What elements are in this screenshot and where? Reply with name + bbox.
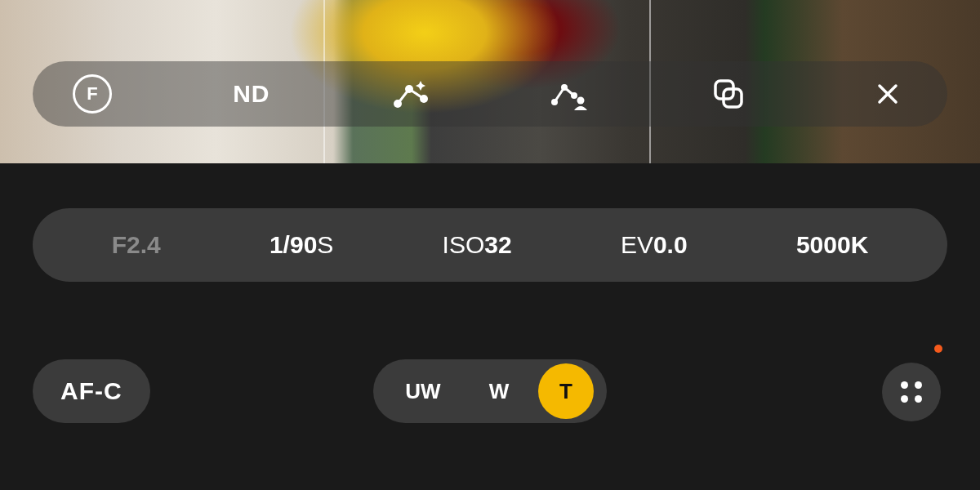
- focus-label: F: [87, 83, 97, 105]
- constellation-person-icon: [550, 74, 589, 114]
- grid-dots-icon: [901, 381, 922, 403]
- record-indicator-icon: [934, 345, 942, 353]
- lens-w-label: W: [489, 379, 510, 404]
- nd-filter-button[interactable]: ND: [231, 74, 272, 114]
- svg-line-8: [555, 87, 564, 102]
- overlay-layers-button[interactable]: [708, 74, 749, 114]
- camera-viewfinder[interactable]: F ND: [0, 0, 980, 163]
- ev-setting[interactable]: EV0.0: [621, 231, 688, 259]
- lens-wide-button[interactable]: W: [470, 365, 528, 417]
- aperture-value: 2.4: [127, 231, 161, 258]
- wb-value: 5000: [796, 231, 851, 258]
- lens-uw-label: UW: [405, 379, 440, 404]
- svg-line-9: [564, 87, 574, 96]
- shutter-setting[interactable]: 1/90S: [270, 231, 333, 259]
- exposure-settings-bar: F2.4 1/90S ISO32 EV0.0 5000K: [33, 208, 947, 282]
- lens-selector: UW W T: [373, 359, 607, 423]
- ev-value: 0.0: [653, 231, 688, 258]
- overlap-squares-icon: [712, 78, 745, 110]
- more-options-button[interactable]: [882, 363, 941, 421]
- nd-label: ND: [233, 80, 270, 108]
- close-icon: [876, 82, 899, 105]
- lens-ultrawide-button[interactable]: UW: [386, 365, 460, 417]
- aperture-prefix: F: [112, 231, 127, 258]
- svg-line-3: [398, 89, 409, 104]
- aperture-setting[interactable]: F2.4: [112, 231, 161, 259]
- close-toolbar-button[interactable]: [867, 74, 908, 114]
- iso-setting[interactable]: ISO32: [443, 231, 512, 259]
- svg-point-10: [577, 97, 585, 105]
- sparkle-constellation-icon: [391, 74, 430, 114]
- lens-t-label: T: [559, 379, 572, 404]
- autofocus-mode-button[interactable]: AF-C: [33, 359, 150, 423]
- portrait-ai-button[interactable]: [549, 74, 590, 114]
- lens-tele-button[interactable]: T: [538, 363, 594, 419]
- camera-controls-panel: F2.4 1/90S ISO32 EV0.0 5000K AF-C UW W T: [0, 163, 980, 490]
- focus-mode-button[interactable]: F: [72, 74, 113, 114]
- focus-icon: F: [73, 74, 112, 114]
- iso-prefix: ISO: [443, 231, 485, 258]
- svg-line-4: [409, 89, 424, 99]
- shutter-value: 1/90: [270, 231, 317, 258]
- viewfinder-toolbar: F ND: [33, 61, 947, 127]
- autofocus-label: AF-C: [60, 377, 122, 405]
- shutter-suffix: S: [317, 231, 333, 258]
- ev-prefix: EV: [621, 231, 653, 258]
- wb-suffix: K: [851, 231, 869, 258]
- ai-enhance-button[interactable]: [390, 74, 431, 114]
- iso-value: 32: [484, 231, 511, 258]
- white-balance-setting[interactable]: 5000K: [796, 231, 868, 259]
